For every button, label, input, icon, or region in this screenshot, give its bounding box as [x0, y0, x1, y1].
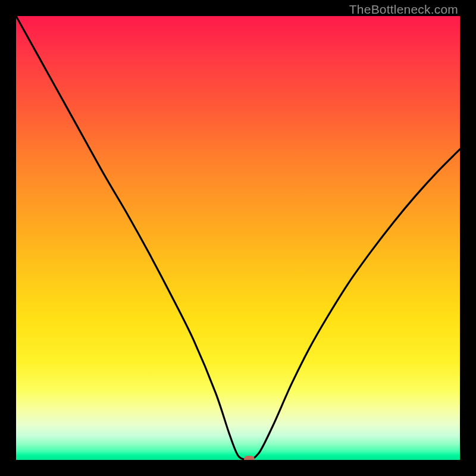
- plot-area: [16, 16, 460, 460]
- optimum-marker: [244, 456, 255, 460]
- watermark-text: TheBottleneck.com: [349, 2, 458, 17]
- curve-layer: [16, 16, 460, 460]
- bottleneck-curve: [16, 16, 460, 460]
